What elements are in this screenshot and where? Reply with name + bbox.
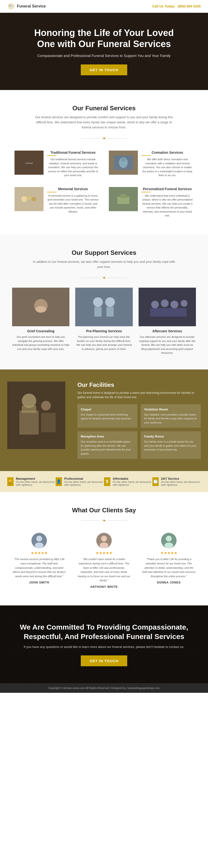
- svg-point-32: [41, 401, 51, 410]
- avatar-2: [161, 533, 177, 548]
- service-card-2: Memorial Services A memorial service is …: [12, 185, 102, 220]
- divider-line-right: [108, 138, 127, 138]
- svg-point-36: [35, 542, 44, 548]
- testimonial-name-2: DONNA JONES: [142, 581, 196, 584]
- stat-desc-2: On the other hand, we denounce with righ…: [113, 480, 152, 486]
- svg-text:🕊️: 🕊️: [9, 4, 14, 9]
- phone-value: (800) 900 0205: [178, 4, 201, 8]
- stat-desc-0: On the other hand, we denounce with righ…: [16, 480, 56, 486]
- logo-icon: 🕊️: [7, 2, 15, 10]
- support-image-1: [75, 288, 133, 326]
- svg-rect-20: [94, 307, 102, 317]
- svg-rect-33: [41, 413, 56, 432]
- testimonial-card-2: ★★★★★ "Thank you to After Life for provi…: [139, 530, 198, 591]
- stat-title-1: Professional: [64, 477, 104, 480]
- service-card-3: Personalized Funeral Services We underst…: [106, 185, 196, 220]
- support-divider: ❧: [7, 275, 201, 280]
- svg-rect-22: [140, 288, 194, 326]
- service-image-1: [109, 151, 138, 175]
- footer: Copyright © domain-name.com All Rights R…: [0, 683, 208, 693]
- stat-icon-2: $: [104, 477, 110, 486]
- stat-title-3: 24/7 Service: [161, 477, 201, 480]
- stat-icon-0: 🏆: [7, 477, 14, 486]
- service-desc-2: A memorial service is a gathering to hon…: [47, 194, 99, 214]
- svg-rect-30: [19, 410, 39, 435]
- stat-icon-1: 👤: [56, 477, 62, 486]
- service-desc-0: Our traditional funeral services include…: [47, 157, 99, 177]
- service-desc-1: We offer both direct cremation and crema…: [141, 157, 193, 177]
- divider: ❧: [7, 135, 201, 141]
- svg-text:Funeral: Funeral: [25, 162, 33, 164]
- facility-title-3: Family Room: [144, 435, 197, 438]
- cta-section: We Are Committed To Providing Compassion…: [0, 606, 208, 683]
- avatar-1: [96, 533, 112, 548]
- service-title-0: Traditional Funeral Services: [47, 151, 99, 154]
- svg-point-23: [151, 301, 159, 308]
- support-image-0: [12, 288, 70, 326]
- facilities-right: Our Facilities Our funeral home is desig…: [77, 381, 201, 459]
- stats-bar: 🏆 Management On the other hand, we denou…: [0, 471, 208, 492]
- service-info-1: Cremation Services We offer both direct …: [141, 151, 193, 177]
- hero-cta-button[interactable]: GET IN TOUCH: [81, 64, 127, 75]
- svg-point-9: [27, 195, 31, 200]
- svg-point-6: [121, 158, 126, 162]
- facilities-section: Our Facilities Our funeral home is desig…: [0, 369, 208, 471]
- funeral-services-section: Our Funeral Services Our funeral service…: [0, 90, 208, 235]
- support-desc-2: Our aftercare services are designed to p…: [138, 335, 196, 355]
- support-desc-0: Our grief counselors are here to help yo…: [12, 335, 70, 351]
- testimonials-title: What Our Clients Say: [7, 506, 201, 514]
- facilities-grid: Chapel Our chapel is a peaceful and comf…: [77, 404, 201, 459]
- testimonial-card-0: ★★★★★ "The funeral services provided by …: [10, 530, 69, 591]
- support-divider-ornament: ❧: [102, 275, 106, 280]
- service-card-0: Funeral Traditional Funeral Services Our…: [12, 148, 102, 180]
- testimonial-text-0: "The funeral services provided by After …: [12, 557, 66, 579]
- support-title-1: Pre-Planning Services: [75, 329, 133, 333]
- svg-rect-21: [106, 307, 114, 317]
- testimonials-divider: ❧: [7, 518, 201, 523]
- service-image-0: Funeral: [15, 151, 44, 175]
- testimonial-text-1: "We couldn't have asked for a better exp…: [77, 557, 131, 583]
- stars-0: ★★★★★: [12, 551, 66, 555]
- stars-1: ★★★★★: [77, 551, 131, 555]
- funeral-services-title: Our Funeral Services: [7, 104, 201, 112]
- testimonials-divider-ornament: ❧: [102, 518, 106, 523]
- facility-desc-3: Our family room is a private space for y…: [144, 440, 197, 452]
- svg-point-24: [161, 300, 168, 307]
- funeral-services-subtitle: Our funeral services are designed to pro…: [31, 115, 177, 130]
- stat-item-1: 👤 Professional On the other hand, we den…: [56, 477, 104, 486]
- svg-point-38: [101, 536, 107, 541]
- stat-text-3: 24/7 Service On the other hand, we denou…: [161, 477, 201, 486]
- svg-point-35: [36, 536, 42, 541]
- svg-point-42: [164, 542, 173, 548]
- service-image-2: [15, 187, 44, 211]
- stat-desc-1: On the other hand, we denounce with righ…: [64, 480, 104, 486]
- support-desc-1: Pre-planning your funeral can help ease …: [75, 335, 133, 351]
- service-image-3: [109, 187, 138, 211]
- stat-title-2: Affordable: [113, 477, 152, 480]
- logo: 🕊️ Funeral Service: [7, 2, 46, 10]
- stat-item-3: 🕐 24/7 Service On the other hand, we den…: [152, 477, 201, 486]
- facility-desc-1: Our visitation room provides a private s…: [144, 413, 197, 425]
- support-services-title: Our Support Services: [7, 249, 201, 256]
- support-title-2: Aftercare Services: [138, 329, 196, 333]
- support-divider-line-left: [81, 278, 100, 278]
- support-services-section: Our Support Services In addition to our …: [0, 235, 208, 369]
- service-desc-3: We understand that every individual is u…: [141, 194, 193, 218]
- support-grid: Grief Counseling Our grief counselors ar…: [12, 288, 196, 355]
- svg-rect-27: [150, 308, 186, 317]
- cta-button[interactable]: GET IN TOUCH: [81, 655, 127, 666]
- cta-title: We Are Committed To Providing Compassion…: [7, 622, 201, 641]
- hero-section: Honoring the Life of Your Loved One with…: [0, 13, 208, 90]
- service-accent-2: [47, 192, 57, 192]
- divider-ornament: ❧: [102, 135, 106, 141]
- facility-card-2: Reception Area Our reception area is a c…: [77, 431, 137, 459]
- service-title-3: Personalized Funeral Services: [141, 187, 193, 191]
- service-info-2: Memorial Services A memorial service is …: [47, 187, 99, 214]
- svg-point-25: [171, 301, 178, 308]
- facility-title-0: Chapel: [81, 408, 134, 411]
- facilities-left: [7, 381, 70, 459]
- service-title-2: Memorial Services: [47, 187, 99, 191]
- call-label: Call Us Today:: [152, 4, 175, 8]
- facilities-image: [7, 381, 65, 449]
- hero-title: Honoring the Life of Your Loved One with…: [31, 28, 177, 50]
